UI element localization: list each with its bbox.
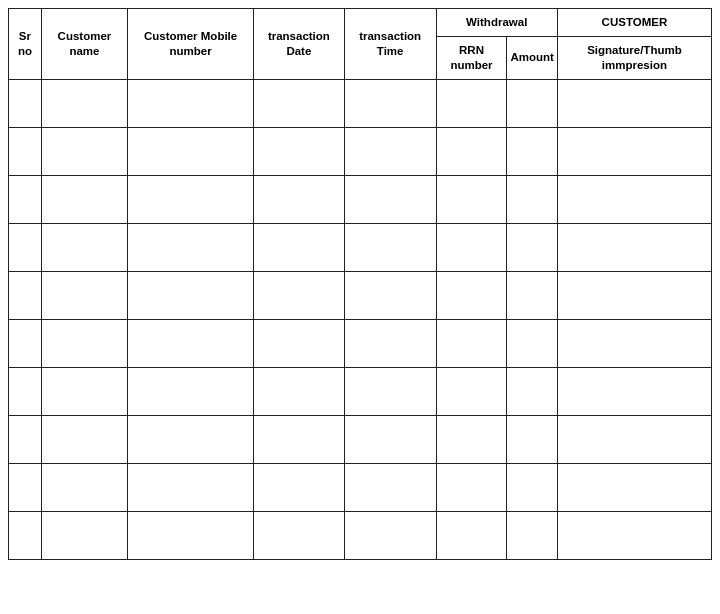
col-signature: Signature/Thumb immpresion	[557, 36, 711, 79]
table-cell	[436, 367, 507, 415]
register-table: Sr no Customer name Customer Mobile numb…	[8, 8, 712, 560]
table-cell	[557, 367, 711, 415]
col-customer-name: Customer name	[41, 9, 127, 80]
table-cell	[507, 415, 557, 463]
table-cell	[557, 175, 711, 223]
table-cell	[557, 319, 711, 367]
table-cell	[436, 319, 507, 367]
table-cell	[344, 223, 436, 271]
table-cell	[9, 367, 42, 415]
table-cell	[557, 511, 711, 559]
table-cell	[254, 319, 345, 367]
table-cell	[507, 79, 557, 127]
table-cell	[557, 415, 711, 463]
col-transaction-time: transaction Time	[344, 9, 436, 80]
table-cell	[9, 223, 42, 271]
table-cell	[41, 127, 127, 175]
table-row	[9, 415, 712, 463]
table-cell	[41, 511, 127, 559]
table-cell	[507, 319, 557, 367]
table-cell	[557, 79, 711, 127]
table-cell	[436, 127, 507, 175]
table-cell	[41, 175, 127, 223]
table-cell	[344, 367, 436, 415]
table-row	[9, 463, 712, 511]
header-row-1: Sr no Customer name Customer Mobile numb…	[9, 9, 712, 37]
table-cell	[254, 367, 345, 415]
table-cell	[254, 79, 345, 127]
table-cell	[9, 175, 42, 223]
table-cell	[128, 79, 254, 127]
table-cell	[507, 463, 557, 511]
table-cell	[9, 271, 42, 319]
table-cell	[41, 319, 127, 367]
table-cell	[41, 223, 127, 271]
table-cell	[128, 511, 254, 559]
table-row	[9, 79, 712, 127]
table-cell	[436, 79, 507, 127]
table-cell	[344, 463, 436, 511]
table-cell	[41, 271, 127, 319]
table-cell	[436, 223, 507, 271]
table-cell	[9, 319, 42, 367]
table-cell	[254, 415, 345, 463]
table-cell	[436, 463, 507, 511]
col-withdrawal-group: Withdrawal	[436, 9, 557, 37]
table-row	[9, 319, 712, 367]
col-rrn-number: RRN number	[436, 36, 507, 79]
table-cell	[507, 127, 557, 175]
table-row	[9, 367, 712, 415]
table-cell	[344, 79, 436, 127]
table-row	[9, 271, 712, 319]
col-customer-mobile: Customer Mobile number	[128, 9, 254, 80]
table-cell	[557, 223, 711, 271]
table-row	[9, 511, 712, 559]
table-cell	[344, 175, 436, 223]
table-cell	[9, 79, 42, 127]
table-cell	[9, 415, 42, 463]
col-sr-no: Sr no	[9, 9, 42, 80]
table-cell	[254, 127, 345, 175]
table-cell	[254, 463, 345, 511]
table-cell	[507, 271, 557, 319]
table-cell	[254, 175, 345, 223]
table-cell	[41, 79, 127, 127]
col-customer-group: CUSTOMER	[557, 9, 711, 37]
table-body	[9, 79, 712, 559]
table-cell	[344, 127, 436, 175]
table-cell	[41, 415, 127, 463]
table-cell	[507, 367, 557, 415]
table-cell	[436, 271, 507, 319]
table-cell	[128, 463, 254, 511]
table-cell	[344, 319, 436, 367]
table-row	[9, 223, 712, 271]
col-amount: Amount	[507, 36, 557, 79]
table-cell	[128, 223, 254, 271]
table-cell	[41, 463, 127, 511]
table-cell	[128, 175, 254, 223]
table-cell	[344, 511, 436, 559]
table-cell	[557, 127, 711, 175]
table-row	[9, 127, 712, 175]
table-row	[9, 175, 712, 223]
table-cell	[507, 511, 557, 559]
table-cell	[41, 367, 127, 415]
table-cell	[557, 463, 711, 511]
table-cell	[436, 175, 507, 223]
table-cell	[507, 175, 557, 223]
table-cell	[9, 511, 42, 559]
table-cell	[128, 415, 254, 463]
table-cell	[9, 127, 42, 175]
table-cell	[128, 127, 254, 175]
table-cell	[344, 271, 436, 319]
register-table-wrapper: Sr no Customer name Customer Mobile numb…	[8, 8, 712, 560]
table-cell	[254, 223, 345, 271]
table-cell	[254, 511, 345, 559]
table-cell	[557, 271, 711, 319]
table-cell	[9, 463, 42, 511]
col-transaction-date: transaction Date	[254, 9, 345, 80]
table-cell	[128, 271, 254, 319]
table-cell	[128, 367, 254, 415]
table-cell	[128, 319, 254, 367]
table-cell	[507, 223, 557, 271]
